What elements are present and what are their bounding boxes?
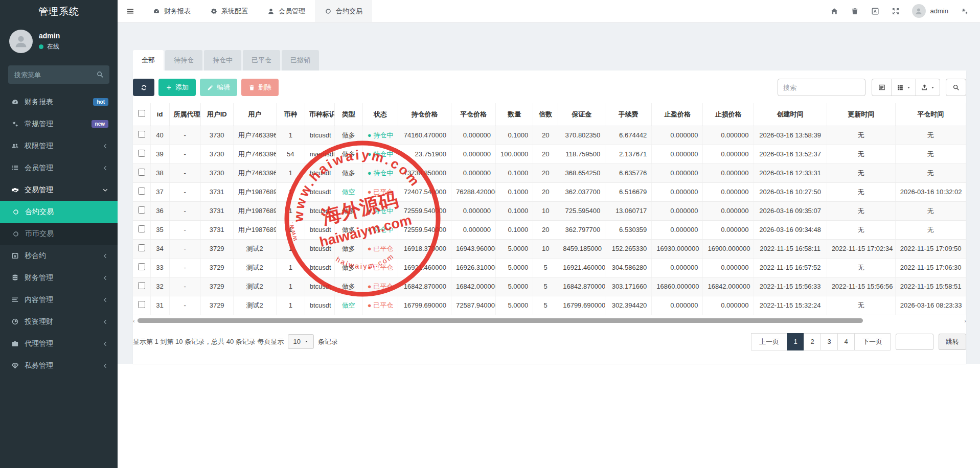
sidebar-item-label: 财务报表 [25,98,53,107]
settings-button[interactable] [961,7,969,15]
sidebar-item[interactable]: 财务管理 [0,267,118,289]
cell-updated: 无 [858,264,864,271]
cell-symbol: btcusdt [310,207,331,215]
cell-updated: 2022-11-15 17:02:34 [832,245,893,252]
sidebar-item[interactable]: 内容管理 [0,289,118,311]
search-button[interactable] [946,79,966,96]
column-header: 保证金 [558,103,605,126]
sidebar-item[interactable]: 会员管理 [0,157,118,179]
sidebar-menu: 财务报表hot常规管理new权限管理会员管理交易管理合约交易币币交易秒合约财务管… [0,91,118,377]
row-checkbox[interactable] [138,188,145,195]
sidebar-item[interactable]: 私募管理 [0,355,118,377]
sidebar-item[interactable]: 交易管理 [0,179,118,201]
delete-button-label: 删除 [258,83,271,92]
columns-button[interactable] [892,79,916,96]
chevLeft-icon [102,363,108,369]
add-button[interactable]: 添加 [158,79,196,96]
tab-待持仓[interactable]: 待持仓 [165,50,202,71]
tab-已撤销[interactable]: 已撤销 [282,50,319,71]
home-button[interactable] [830,7,838,15]
detail-view-button[interactable] [872,79,892,96]
page-button-3[interactable]: 3 [821,333,838,350]
scrollbar-track[interactable] [138,318,962,323]
cell-symbol: btcusdt [310,245,331,252]
scroll-right-arrow-icon[interactable]: › [964,318,966,324]
row-checkbox[interactable] [138,244,145,251]
column-header: 数量 [496,103,533,126]
translate-button[interactable] [871,7,879,15]
table-row: 31-3729测试21btcusdt做空● 已平仓16799.690000725… [133,296,966,315]
cell-updated: 2022-11-15 15:56:56 [832,283,893,290]
sidebar-item[interactable]: 秒合约 [0,245,118,267]
row-checkbox-cell [133,277,150,296]
delete-button[interactable]: 删除 [241,79,279,96]
cell-closed_at: 无 [927,150,934,158]
sidebar-item[interactable]: 常规管理new [0,113,118,135]
row-checkbox[interactable] [138,263,145,270]
next-page-button[interactable]: 下一页 [854,333,891,350]
row-checkbox[interactable] [138,301,145,308]
refresh-button[interactable] [133,79,154,96]
cell-sl: 16900.000000 [708,245,750,252]
user-panel: admin 在线 [0,24,118,60]
row-checkbox[interactable] [138,131,145,138]
page-button-1[interactable]: 1 [787,333,804,350]
topnav-item[interactable]: 财务报表 [143,0,200,22]
expand-button[interactable] [892,7,900,15]
row-checkbox[interactable] [138,169,145,176]
sidebar-subitem[interactable]: 币币交易 [0,223,118,245]
sidebar-subitem-label: 币币交易 [25,229,54,239]
row-checkbox-cell [133,126,150,145]
chevLeft-icon [102,165,108,171]
scroll-left-arrow-icon[interactable]: ‹ [133,318,135,324]
database-icon [11,274,19,282]
topnav-item[interactable]: 合约交易 [315,0,372,22]
edit-button[interactable]: 编辑 [200,79,237,96]
cell-created: 2026-03-16 10:27:50 [759,188,821,196]
tab-持仓中[interactable]: 持仓中 [204,50,241,71]
row-checkbox[interactable] [138,225,145,232]
sidebar-toggle-button[interactable] [118,0,143,22]
sidebar-item[interactable]: 代理管理 [0,333,118,355]
cell-fee: 6.516679 [619,188,647,196]
status-badge: ● 持仓中 [368,207,393,215]
cell-type: 做多 [342,150,355,158]
jump-button[interactable]: 跳转 [939,334,966,350]
prev-page-button[interactable]: 上一页 [751,333,787,350]
cell-close_price: 72587.940000 [456,301,496,309]
select-all-checkbox[interactable] [138,110,145,117]
sidebar-item[interactable]: 财务报表hot [0,91,118,113]
scrollbar-thumb[interactable] [138,318,863,323]
sidebar-subitem[interactable]: 合约交易 [0,201,118,223]
cell-created: 2026-03-16 09:35:07 [759,207,821,215]
page-button-2[interactable]: 2 [804,333,821,350]
tab-全部[interactable]: 全部 [133,50,164,71]
cell-symbol: btcusdt [310,301,331,309]
page-button-4[interactable]: 4 [837,333,855,350]
export-button[interactable] [916,79,940,96]
user-menu[interactable]: admin [912,4,948,18]
table-row: 40-3730用户74633961btcusdt做多● 持仓中74160.470… [133,126,966,145]
cell-sl: 16842.000000 [708,283,750,290]
sidebar-item[interactable]: 权限管理 [0,135,118,157]
jump-page-input[interactable] [896,334,933,350]
cell-fee: 152.265330 [612,245,647,252]
column-header: 平仓价格 [451,103,496,126]
cell-uid: 3730 [210,169,224,177]
row-checkbox[interactable] [138,282,145,289]
topnav-item[interactable]: 系统配置 [200,0,258,22]
cell-fee: 302.394420 [612,301,647,309]
table-search-input[interactable] [778,79,865,96]
sidebar-item[interactable]: 投资理财 [0,311,118,333]
plus-icon [166,84,172,91]
trash-button[interactable] [851,7,859,15]
cell-symbol: riverusdt [310,150,335,158]
row-checkbox[interactable] [138,206,145,214]
user-icon [13,34,29,49]
topnav-item[interactable]: 会员管理 [258,0,315,22]
row-checkbox[interactable] [138,150,145,157]
page-size-select[interactable]: 10 [288,334,313,349]
menu-search-input[interactable] [8,65,109,84]
cell-symbol: btcusdt [310,188,331,196]
tab-已平仓[interactable]: 已平仓 [243,50,280,71]
